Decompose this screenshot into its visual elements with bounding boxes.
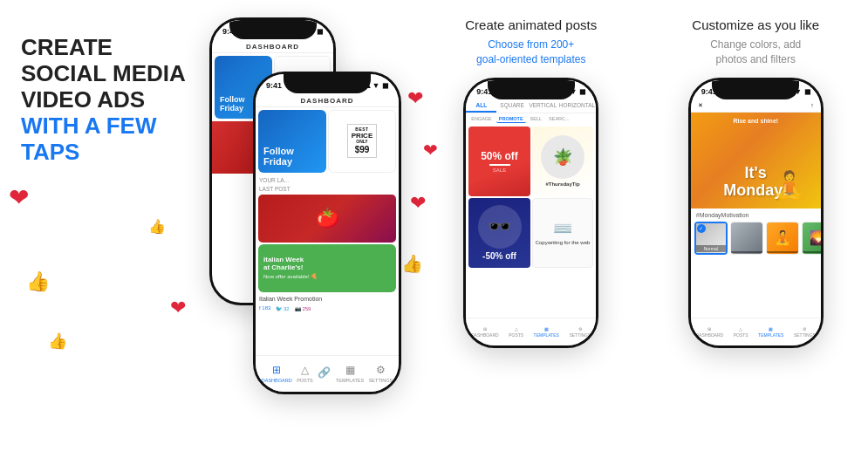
tab-horizontal[interactable]: HORIZONTAL [558, 99, 596, 113]
nav-dashboard: ⊞ DASHBOARD [262, 364, 292, 383]
tab-square[interactable]: SQUARE [496, 99, 527, 113]
f2-settings-icon: ⚙ [803, 326, 806, 332]
filter-normal[interactable]: ✓ Normal [694, 222, 728, 255]
f2-tmpl-icon: ▦ [769, 326, 773, 332]
last-post-label: LAST POST [256, 185, 399, 193]
main-phone-mockup: 9:41 ▲▼ ◼ DASHBOARD FollowFriday BEST PR… [253, 72, 401, 394]
filter-2[interactable] [730, 222, 763, 255]
sale-emoji: 🕶️ [488, 215, 511, 238]
minus50-text: -50% off [482, 251, 516, 261]
feature2-title: Customize as you like [692, 17, 819, 32]
feature2-bottom-nav: ⊞ DASHBOARD △ POSTS ▦ TEMPLATES ⚙ SETTIN… [691, 318, 821, 345]
templates-grid: 50% off SALE 🪴 #ThursdayTip [466, 125, 596, 270]
share-icon[interactable]: ↑ [810, 102, 814, 108]
best-price-card: BEST PRICE ONLY $99 [328, 110, 396, 173]
float-heart-large: ❤ [9, 183, 29, 212]
nav-posts-label: POSTS [297, 378, 313, 383]
main-time: 9:41 [266, 81, 282, 90]
your-last-label: YOUR LA... [256, 175, 399, 185]
best-price-badge: BEST PRICE ONLY $99 [347, 124, 377, 158]
filter-3[interactable]: 🧘 [766, 222, 799, 255]
main-dash-grid: FollowFriday BEST PRICE ONLY $99 [256, 107, 399, 175]
hero-line1: CREATE [21, 34, 113, 60]
feature2-notch [712, 80, 799, 99]
follow-friday-card: FollowFriday [258, 110, 326, 173]
f1-dash-icon: ⊞ [483, 326, 487, 332]
follow-friday-text: FollowFriday [263, 146, 321, 167]
f1-nav-templates: ▦ TEMPLATES [534, 326, 559, 338]
feature1-notch [488, 80, 575, 99]
rise-shine-text: Rise and shine! [733, 118, 778, 124]
thursday-plant: 🪴 [553, 147, 572, 167]
subtab-promote[interactable]: PROMOTE [496, 115, 526, 123]
filter-check-icon: ✓ [697, 224, 706, 233]
template-tabs: ALL SQUARE VERTICAL HORIZONTAL [466, 99, 596, 113]
template-copywriting[interactable]: ⌨️ Copywriting for the web [532, 198, 594, 268]
subtab-engage[interactable]: ENGAGE [468, 115, 495, 123]
hero-line2: SOCIAL MEDIA [21, 60, 186, 86]
feature1-subtitle: Choose from 200+goal-oriented templates [476, 38, 585, 67]
sale-person: 🕶️ [478, 205, 522, 249]
feature1-phone-mockup: 9:41 ▲▼ ◼ ALL SQUARE VERTICAL HORIZONTAL… [463, 78, 598, 348]
f2-nav-settings: ⚙ SETTINGS [794, 326, 816, 338]
nav-dashboard-label: DASHBOARD [262, 378, 292, 383]
main-bottom-nav: ⊞ DASHBOARD △ POSTS 🔗 ▦ TEMPLATES ⚙ [256, 355, 399, 392]
filter4-label [803, 251, 821, 253]
tab-vertical[interactable]: VERTICAL [528, 99, 558, 113]
silhouette: 🧘 [773, 169, 805, 200]
f2-tmpl-label: TEMPLATES [758, 332, 783, 338]
nav-templates-label: TEMPLATES [336, 378, 364, 383]
monday-main-image: Rise and shine! 🧘 It'sMonday! [691, 113, 821, 209]
template-thursday[interactable]: 🪴 #ThursdayTip [532, 127, 594, 196]
filter-4[interactable]: 🌄 [802, 222, 821, 255]
filter-row: ✓ Normal 🧘 🌄 [691, 220, 821, 256]
sale-divider [489, 164, 510, 166]
ig-stat: 📷 259 [295, 305, 311, 311]
feature2-phone: 9:41 ▲▼ ◼ ✕ ↑ Rise and shine! 🧘 [688, 78, 824, 348]
hero-line3: VIDEO ADS [21, 86, 145, 113]
customize-header: ✕ ↑ [691, 99, 821, 113]
left-panel: CREATE SOCIAL MEDIA VIDEO ADS WITH A FEW… [0, 0, 218, 465]
f1-tmpl-label: TEMPLATES [534, 332, 559, 338]
monday-hashtag: #MondayMotivation [691, 209, 821, 220]
main-screen: DASHBOARD FollowFriday BEST PRICE ONLY $… [256, 93, 399, 313]
pasta-image: 🍅 [258, 195, 396, 243]
nav-posts: △ POSTS [297, 364, 313, 383]
copy-emoji: ⌨️ [553, 219, 572, 238]
italian-week-card: Italian Weekat Charlie's!Now offer avail… [258, 244, 396, 292]
hero-line5: TAPS [21, 139, 79, 165]
feature2-screen: ✕ ↑ Rise and shine! 🧘 It'sMonday! #Monda… [691, 99, 821, 256]
nav-link: 🔗 [318, 366, 331, 380]
templates-icon: ▦ [345, 364, 355, 376]
f1-tmpl-icon: ▦ [544, 326, 549, 332]
f1-float-heart: ❤ [423, 140, 438, 161]
template-minus50[interactable]: 🕶️ -50% off [468, 198, 530, 268]
f1-posts-label: POSTS [509, 332, 523, 338]
promo-label: Italian Week Promotion [256, 294, 399, 304]
sale-label: SALE [493, 168, 506, 173]
italian-week-text: Italian Weekat Charlie's!Now offer avail… [263, 256, 317, 281]
normal-label: Normal [696, 245, 726, 252]
float-heart-mid: ❤ [170, 297, 186, 319]
back-dashboard-header: DASHBOARD [212, 39, 333, 53]
feature1-title: Create animated posts [465, 17, 597, 32]
nav-templates: ▦ TEMPLATES [336, 364, 364, 383]
promo-stats: f 183 🐦 32 📷 259 [256, 304, 399, 313]
feature1-phone: 9:41 ▲▼ ◼ ALL SQUARE VERTICAL HORIZONTAL… [463, 78, 598, 348]
tab-all[interactable]: ALL [466, 99, 496, 113]
f1-posts-icon: △ [515, 326, 518, 332]
feature1-screen: ALL SQUARE VERTICAL HORIZONTAL ENGAGE PR… [466, 99, 596, 270]
thursday-img: 🪴 [541, 135, 584, 179]
subtab-sell[interactable]: SELL [528, 115, 544, 123]
close-icon[interactable]: ✕ [698, 102, 703, 109]
posts-icon: △ [301, 364, 309, 376]
feature-animated-posts: Create animated posts Choose from 200+go… [419, 0, 644, 465]
float-thumb-mid: 👍 [148, 218, 166, 235]
f1-settings-label: SETTINGS [569, 332, 591, 338]
filter3-label [767, 251, 798, 253]
subtab-search[interactable]: SEARC... [546, 115, 572, 123]
feature1-bottom-nav: ⊞ DASHBOARD △ POSTS ▦ TEMPLATES ⚙ SETTIN… [466, 318, 596, 345]
float-thumb-large: 👍 [26, 270, 50, 293]
template-50off[interactable]: 50% off SALE [468, 127, 530, 196]
fb-stat: f 183 [259, 305, 270, 311]
